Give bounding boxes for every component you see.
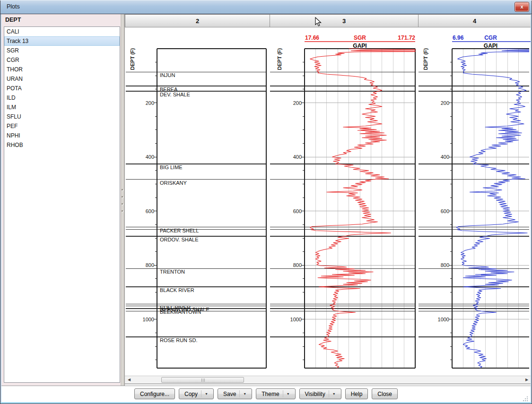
splitter-grip-dot: [122, 203, 123, 205]
dropdown-arrow-icon[interactable]: ▼: [201, 390, 208, 397]
formation-label: BEEKMANTOWN: [160, 309, 201, 315]
dropdown-arrow-icon[interactable]: ▼: [239, 390, 246, 397]
button-label: Configure...: [140, 391, 169, 397]
cgr-curve: [456, 49, 531, 368]
scrollbar-grip-icon: [203, 378, 203, 382]
sidebar-item-nphi[interactable]: NPHI: [4, 131, 120, 140]
sidebar-item-uran[interactable]: URAN: [4, 74, 120, 84]
button-label: Copy: [184, 391, 198, 397]
depth-tick-label: 600: [293, 208, 302, 214]
curve-scale-min: 6.96: [453, 34, 464, 41]
depth-tick-label: 600: [441, 208, 449, 214]
sidebar-item-ild[interactable]: ILD: [4, 93, 120, 103]
window-border-bottom: [0, 402, 532, 404]
theme-button[interactable]: Theme▼: [256, 388, 295, 399]
depth-tick-label: 1000: [438, 317, 449, 322]
curve-scale-min: 17.66: [305, 34, 319, 41]
scroll-left-arrow-icon[interactable]: ◀: [125, 377, 133, 383]
curve-units-label: GAPI: [484, 43, 497, 49]
copy-button[interactable]: Copy▼: [179, 388, 214, 399]
close-button[interactable]: x: [515, 2, 529, 11]
formation-label: BLACK RIVER: [160, 287, 194, 293]
curve-scale-max: 171.72: [398, 34, 415, 41]
sidebar: DEPT CALITrack 13SGRCGRTHORURANPOTAILDIL…: [1, 14, 121, 386]
scrollbar-thumb[interactable]: [161, 377, 244, 383]
curve-name-label: CGR: [484, 34, 497, 41]
depth-tick-label: 800: [441, 262, 449, 268]
visibility-button[interactable]: Visibility▼: [299, 388, 341, 399]
depth-tick-label: 800: [146, 262, 154, 268]
title-bar[interactable]: Plots x: [0, 0, 532, 14]
formation-label: INJUN: [160, 72, 175, 78]
window-title: Plots: [7, 3, 20, 10]
sgr-curve: [310, 49, 415, 368]
track-header-2[interactable]: 2: [125, 14, 270, 27]
formation-label: TRENTON: [160, 269, 185, 275]
dropdown-arrow-icon[interactable]: ▼: [329, 390, 336, 397]
resize-grip-icon[interactable]: [523, 395, 529, 401]
horizontal-scrollbar[interactable]: ◀ ▶: [125, 376, 531, 384]
depth-axis-label: DEPT (F): [423, 48, 428, 70]
button-label: Theme: [262, 391, 279, 397]
sidebar-item-thor[interactable]: THOR: [4, 65, 120, 74]
formation-label: ROSE RUN SD.: [160, 337, 197, 343]
depth-tick-label: 400: [146, 154, 154, 160]
track-header-row: 234: [125, 14, 531, 27]
sidebar-item-sgr[interactable]: SGR: [4, 46, 120, 55]
curve-units-label: GAPI: [353, 43, 366, 49]
depth-tick-label: 800: [293, 262, 302, 268]
sidebar-item-ilm[interactable]: ILM: [4, 103, 120, 112]
depth-tick-label: 200: [146, 100, 154, 106]
plot-area: 2004006008001000DEPT (F)INJUNBEREADEV. S…: [125, 27, 531, 376]
save-button[interactable]: Save▼: [218, 388, 252, 399]
window-border-right: [531, 14, 532, 402]
depth-tick-label: 200: [293, 100, 302, 106]
curve-name-label: SGR: [354, 34, 366, 41]
splitter-handle[interactable]: [121, 14, 124, 386]
sidebar-item-sflu[interactable]: SFLU: [4, 112, 120, 121]
sidebar-item-rhob[interactable]: RHOB: [4, 140, 120, 150]
formation-label: ORDOV. SHALE: [160, 237, 199, 242]
dropdown-arrow-icon[interactable]: ▼: [283, 390, 290, 397]
splitter-grip-dot: [122, 210, 123, 212]
close-button[interactable]: Close: [372, 388, 398, 399]
close-icon: x: [520, 4, 523, 9]
sidebar-item-pota[interactable]: POTA: [4, 84, 120, 93]
depth-tick-label: 400: [293, 154, 302, 160]
window-border-left: [0, 14, 1, 402]
sidebar-item-cgr[interactable]: CGR: [4, 55, 120, 65]
sidebar-item-pef[interactable]: PEF: [4, 121, 120, 131]
depth-axis-label: DEPT (F): [130, 48, 135, 70]
configure-button[interactable]: Configure...: [134, 388, 175, 399]
scroll-right-arrow-icon[interactable]: ▶: [523, 377, 531, 383]
formation-label: PACKER SHELL: [160, 228, 199, 233]
depth-tick-label: 600: [146, 208, 154, 214]
plots-window: Plots x DEPT CALITrack 13SGRCGRTHORURANP…: [0, 0, 532, 404]
depth-tick-label: 400: [441, 154, 449, 160]
plot-svg: 2004006008001000DEPT (F)INJUNBEREADEV. S…: [125, 27, 531, 376]
button-label: Close: [377, 391, 392, 397]
plot-panel: 234 2004006008001000DEPT (F)INJUNBEREADE…: [124, 14, 531, 386]
help-button[interactable]: Help: [345, 388, 368, 399]
formation-label: DEV. SHALE: [160, 92, 190, 97]
footer-buttons: Configure...Copy▼Save▼Theme▼Visibility▼H…: [1, 386, 531, 402]
formation-label: ORISKANY: [160, 180, 187, 186]
sidebar-item-track-13[interactable]: Track 13: [4, 36, 120, 46]
sidebar-header: DEPT: [5, 17, 21, 23]
sidebar-item-cali[interactable]: CALI: [4, 27, 120, 36]
depth-tick-label: 1000: [143, 317, 154, 322]
button-label: Help: [351, 391, 363, 397]
button-label: Visibility: [305, 391, 325, 397]
track-list[interactable]: CALITrack 13SGRCGRTHORURANPOTAILDILMSFLU…: [4, 26, 120, 383]
splitter-grip-dot: [122, 189, 123, 190]
button-label: Save: [223, 391, 236, 397]
depth-tick-label: 1000: [290, 317, 302, 322]
depth-axis-label: DEPT (F): [277, 48, 282, 70]
splitter-grip-dot: [122, 196, 123, 198]
formation-label: BIG LIME: [160, 164, 183, 170]
track-header-4[interactable]: 4: [419, 14, 531, 27]
depth-tick-label: 200: [441, 100, 449, 106]
track-header-3[interactable]: 3: [270, 14, 419, 27]
